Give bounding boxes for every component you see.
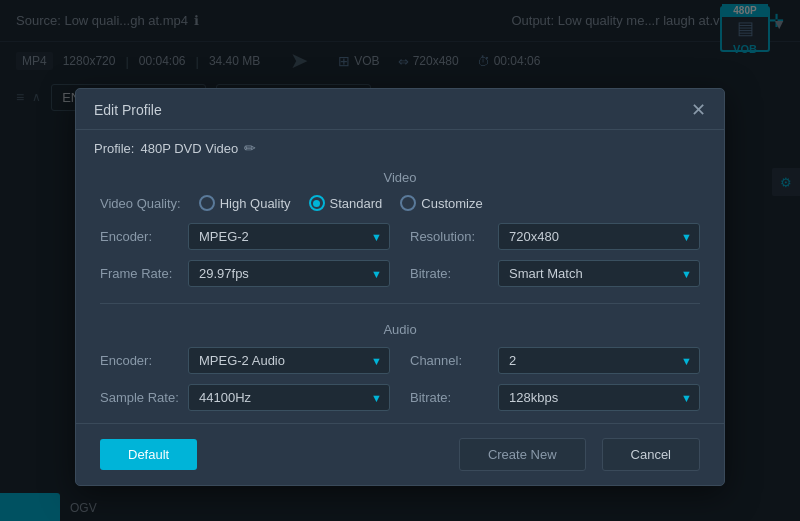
audio-encoder-control: MPEG-2 Audio ▼ [188, 347, 390, 374]
sample-rate-row: Sample Rate: 44100Hz ▼ [100, 384, 390, 411]
profile-label: Profile: [94, 141, 134, 156]
radio-circle-standard [309, 195, 325, 211]
video-quality-group: Video Quality: High Quality Standard Cus… [76, 195, 724, 223]
video-bitrate-dropdown[interactable]: Smart Match [498, 260, 700, 287]
video-bitrate-row: Bitrate: Smart Match ▼ [410, 260, 700, 287]
audio-encoder-dropdown[interactable]: MPEG-2 Audio [188, 347, 390, 374]
video-bitrate-label: Bitrate: [410, 266, 490, 281]
resolution-row: Resolution: 720x480 ▼ [410, 223, 700, 250]
modal-title-bar: Edit Profile ✕ [76, 89, 724, 130]
channel-dropdown[interactable]: 2 [498, 347, 700, 374]
encoder-label: Encoder: [100, 229, 180, 244]
audio-encoder-label: Encoder: [100, 353, 180, 368]
sample-rate-control: 44100Hz ▼ [188, 384, 390, 411]
radio-standard[interactable]: Standard [309, 195, 383, 211]
profile-value: 480P DVD Video [140, 141, 238, 156]
audio-section-header: Audio [76, 316, 724, 347]
radio-circle-high [199, 195, 215, 211]
video-form-grid: Encoder: MPEG-2 ▼ Resolution: 720x480 ▼ [76, 223, 724, 299]
modal-close-button[interactable]: ✕ [691, 101, 706, 119]
channel-row: Channel: 2 ▼ [410, 347, 700, 374]
audio-bitrate-control: 128kbps ▼ [498, 384, 700, 411]
modal-footer: Default Create New Cancel [76, 423, 724, 485]
radio-circle-customize [400, 195, 416, 211]
modal-title: Edit Profile [94, 102, 162, 118]
framerate-row: Frame Rate: 29.97fps ▼ [100, 260, 390, 287]
framerate-dropdown[interactable]: 29.97fps [188, 260, 390, 287]
audio-bitrate-row: Bitrate: 128kbps ▼ [410, 384, 700, 411]
radio-customize[interactable]: Customize [400, 195, 482, 211]
channel-label: Channel: [410, 353, 490, 368]
footer-right-buttons: Create New Cancel [459, 438, 700, 471]
audio-bitrate-label: Bitrate: [410, 390, 490, 405]
video-section-header: Video [76, 164, 724, 195]
radio-label-standard: Standard [330, 196, 383, 211]
create-new-button[interactable]: Create New [459, 438, 586, 471]
sample-rate-label: Sample Rate: [100, 390, 180, 405]
profile-edit-icon[interactable]: ✏ [244, 140, 256, 156]
sample-rate-dropdown[interactable]: 44100Hz [188, 384, 390, 411]
audio-form-grid: Encoder: MPEG-2 Audio ▼ Channel: 2 ▼ [76, 347, 724, 423]
edit-profile-modal: Edit Profile ✕ Profile: 480P DVD Video ✏… [75, 88, 725, 486]
video-quality-label: Video Quality: [100, 196, 181, 211]
cancel-button[interactable]: Cancel [602, 438, 700, 471]
resolution-dropdown[interactable]: 720x480 [498, 223, 700, 250]
resolution-control: 720x480 ▼ [498, 223, 700, 250]
framerate-control: 29.97fps ▼ [188, 260, 390, 287]
modal-overlay: Edit Profile ✕ Profile: 480P DVD Video ✏… [0, 0, 800, 521]
video-bitrate-control: Smart Match ▼ [498, 260, 700, 287]
channel-control: 2 ▼ [498, 347, 700, 374]
resolution-label: Resolution: [410, 229, 490, 244]
audio-encoder-row: Encoder: MPEG-2 Audio ▼ [100, 347, 390, 374]
framerate-label: Frame Rate: [100, 266, 180, 281]
encoder-dropdown[interactable]: MPEG-2 [188, 223, 390, 250]
encoder-control: MPEG-2 ▼ [188, 223, 390, 250]
profile-row: Profile: 480P DVD Video ✏ [76, 130, 724, 164]
radio-high-quality[interactable]: High Quality [199, 195, 291, 211]
section-divider [100, 303, 700, 304]
audio-bitrate-dropdown[interactable]: 128kbps [498, 384, 700, 411]
radio-label-customize: Customize [421, 196, 482, 211]
encoder-row: Encoder: MPEG-2 ▼ [100, 223, 390, 250]
radio-label-high: High Quality [220, 196, 291, 211]
default-button[interactable]: Default [100, 439, 197, 470]
